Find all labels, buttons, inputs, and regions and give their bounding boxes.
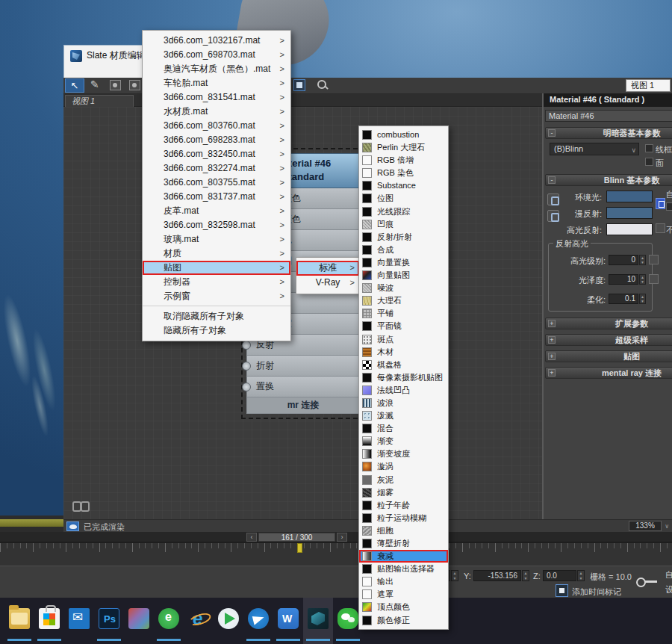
map-type-item[interactable]: 输出 (359, 575, 448, 588)
node-view-canvas[interactable]: Material #46 Standard 环境光颜色 漫反射颜色 高光颜色 (63, 107, 544, 519)
specular-level-field[interactable]: 0 (609, 255, 638, 265)
isolate-selection-icon[interactable] (556, 584, 568, 597)
map-type-item[interactable]: RGB 染色 (359, 167, 448, 179)
ambient-color-swatch[interactable] (606, 191, 653, 202)
taskbar-app[interactable] (4, 598, 34, 644)
map-type-item[interactable]: 衰减 (359, 550, 448, 563)
taskbar-app[interactable] (94, 598, 124, 644)
y-spinner[interactable]: ▲▼ (522, 570, 529, 581)
menu-item[interactable]: 贴图 > (143, 261, 290, 275)
map-type-item[interactable]: Perlin 大理石 (359, 141, 448, 154)
menu-item[interactable]: 3d66.com_832450.mat > (143, 147, 290, 161)
map-type-item[interactable]: 薄壁折射 (359, 537, 448, 550)
expand-icon[interactable]: + (548, 320, 556, 327)
map-type-item[interactable]: 向量置换 (359, 256, 448, 269)
taskbar-app-icon[interactable] (218, 608, 239, 629)
wireframe-checkbox[interactable] (645, 144, 653, 152)
specular-level-map-button[interactable] (649, 255, 659, 264)
soften-field[interactable]: 0.1 (609, 294, 638, 304)
z-spinner[interactable]: ▲▼ (577, 570, 585, 581)
auto-key-cut-label[interactable]: 自 (665, 569, 672, 580)
map-type-item[interactable]: 细胞 (359, 524, 448, 537)
taskbar-app[interactable] (124, 598, 154, 644)
taskbar-app-icon[interactable] (278, 608, 299, 629)
menu-item[interactable]: 3d66.com_698283.mat > (143, 133, 290, 147)
z-coordinate-field[interactable]: 0.0 (543, 570, 576, 581)
taskbar-app-icon[interactable] (337, 608, 358, 629)
track-bar-ruler[interactable] (0, 542, 672, 566)
specular-color-swatch[interactable] (606, 223, 653, 235)
menu-item[interactable]: 3d66.com_698703.mat > (143, 48, 290, 62)
canvas-zoom-combo[interactable]: 133% (629, 521, 662, 531)
y-coordinate-field[interactable]: -153.156 (473, 570, 521, 581)
map-type-item[interactable]: 渐变 (359, 435, 448, 448)
menu-item[interactable]: 皮革.mat > (143, 204, 290, 218)
assign-material-icon[interactable] (129, 80, 140, 90)
menu-item[interactable]: 奥迪汽车材质（黑色）.mat > (143, 62, 290, 76)
specular-level-spinner[interactable]: ▲▼ (639, 255, 646, 265)
node-input-socket[interactable] (242, 362, 251, 371)
map-type-item[interactable]: 向量贴图 (359, 269, 448, 282)
collapsed-rollout-bar[interactable]: + 扩展参数 (545, 318, 672, 329)
zoom-tool-icon[interactable] (317, 80, 328, 90)
map-type-item[interactable]: 法线凹凸 (359, 384, 448, 397)
node-input-socket[interactable] (242, 341, 251, 350)
menu-item[interactable]: 控制器 > (143, 275, 290, 289)
glossiness-field[interactable]: 10 (609, 274, 638, 285)
map-type-item[interactable]: 烟雾 (359, 486, 448, 499)
map-type-item[interactable]: 混合 (359, 422, 448, 435)
map-type-item[interactable]: 颜色修正 (359, 614, 448, 627)
taskbar-app-icon[interactable] (99, 608, 119, 629)
map-type-item[interactable]: 顶点颜色 (359, 601, 448, 613)
expand-icon[interactable]: + (548, 353, 556, 360)
pick-material-eyedropper-icon[interactable]: ✎ (90, 78, 99, 90)
map-type-item[interactable]: 合成 (359, 244, 448, 256)
map-type-item[interactable]: 贴图输出选择器 (359, 563, 448, 575)
diffuse-map-button[interactable] (656, 223, 665, 233)
x-spinner[interactable]: ▲▼ (451, 570, 458, 581)
tab-view-1[interactable]: 视图 1 (65, 95, 134, 107)
set-key-cut-label[interactable]: 设 (665, 584, 672, 595)
map-type-item[interactable]: 泼溅 (359, 409, 448, 422)
lock-diffuse-specular-button[interactable] (547, 210, 559, 222)
map-type-item[interactable]: 凹痕 (359, 218, 448, 231)
expand-icon[interactable]: + (548, 336, 556, 344)
menu-item[interactable]: 隐藏所有子对象 (143, 323, 290, 338)
collapse-icon[interactable]: - (548, 176, 556, 184)
current-frame-field[interactable]: 161 / 300 (258, 533, 335, 542)
material-name-field[interactable]: Material #46 (545, 110, 672, 122)
taskbar-app-icon[interactable] (69, 608, 90, 629)
map-type-item[interactable]: 遮罩 (359, 588, 448, 601)
node-slot-row[interactable]: 折射 (246, 356, 360, 377)
menu-item[interactable]: 3d66.com_1032167.mat > (143, 34, 290, 48)
map-type-item[interactable]: 光线跟踪 (359, 205, 448, 218)
view-selector-combo[interactable]: 视图 1 (626, 79, 671, 92)
taskbar-app[interactable] (273, 598, 303, 644)
glossiness-map-button[interactable] (649, 274, 659, 284)
menu-item[interactable]: 3d66.com_831737.mat > (143, 190, 290, 204)
menu-item[interactable]: 玻璃.mat > (143, 232, 290, 247)
previous-frame-button[interactable]: ‹ (246, 533, 257, 542)
time-marker[interactable] (297, 543, 302, 553)
expand-icon[interactable]: + (548, 369, 556, 377)
map-type-item[interactable]: 每像素摄影机贴图 (359, 371, 448, 384)
collapsed-rollout-bar[interactable]: + 贴图 (545, 350, 672, 362)
collapsed-rollout-bar[interactable]: + 超级采样 (545, 334, 672, 346)
soften-spinner[interactable]: ▲▼ (639, 294, 646, 304)
taskbar-app[interactable] (214, 598, 243, 644)
submenu-item[interactable]: V-Ray > (296, 276, 359, 291)
navigator-binoculars-icon[interactable] (72, 500, 89, 510)
map-type-item[interactable]: Substance (359, 179, 448, 192)
map-type-item[interactable]: 棋盘格 (359, 359, 448, 371)
taskbar-app-icon[interactable] (308, 608, 329, 629)
taskbar-app[interactable] (64, 598, 94, 644)
menu-item[interactable]: 水材质.mat > (143, 105, 290, 119)
menu-item[interactable]: 材质 > (143, 247, 290, 261)
shader-type-dropdown[interactable]: (B)Blinn (550, 143, 639, 155)
collapse-icon[interactable]: - (548, 129, 556, 137)
map-type-item[interactable]: 粒子年龄 (359, 499, 448, 512)
map-type-item[interactable]: 木材 (359, 346, 448, 359)
map-type-item[interactable]: 大理石 (359, 294, 448, 307)
taskbar-app-icon[interactable] (39, 608, 60, 629)
map-type-item[interactable]: 反射/折射 (359, 231, 448, 244)
